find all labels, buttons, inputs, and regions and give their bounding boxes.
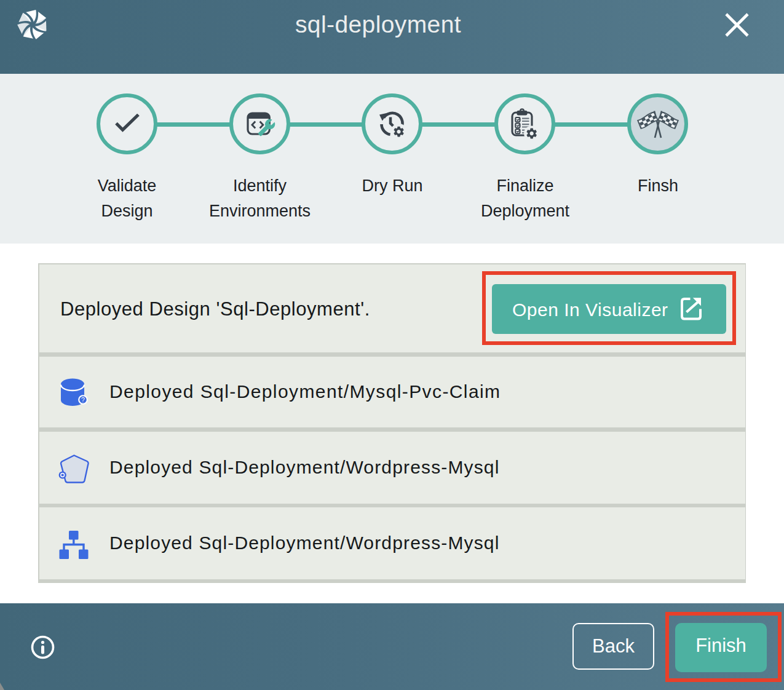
svg-text:?: ? [81,396,85,403]
